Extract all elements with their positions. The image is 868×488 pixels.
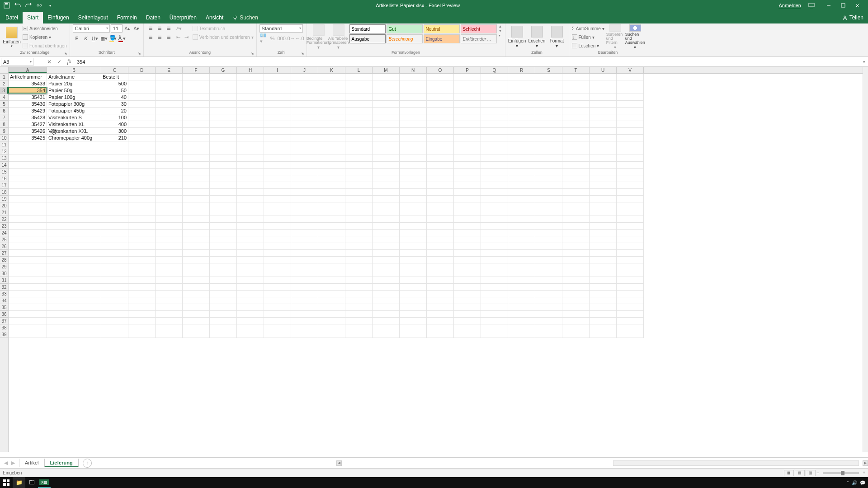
cell-V29[interactable]: [617, 263, 644, 270]
cell-P10[interactable]: [454, 135, 481, 141]
cell-D9[interactable]: [128, 128, 156, 135]
cell-P12[interactable]: [454, 148, 481, 155]
cell-J36[interactable]: [291, 311, 318, 318]
cell-B32[interactable]: [47, 284, 101, 291]
cell-K24[interactable]: [318, 230, 345, 236]
cell-R7[interactable]: [508, 114, 535, 121]
cell-U27[interactable]: [590, 250, 617, 257]
cell-J16[interactable]: [291, 175, 318, 182]
cell-L4[interactable]: [345, 94, 373, 101]
delete-cells-button[interactable]: Löschen▾: [528, 24, 546, 50]
cell-L21[interactable]: [345, 209, 373, 216]
cell-Q6[interactable]: [481, 108, 508, 114]
cell-B1[interactable]: Artikelname: [47, 74, 101, 80]
cell-P13[interactable]: [454, 155, 481, 162]
cell-J6[interactable]: [291, 108, 318, 114]
cell-C33[interactable]: [101, 291, 128, 297]
cell-A34[interactable]: [9, 297, 47, 304]
cell-K20[interactable]: [318, 202, 345, 209]
cell-Q37[interactable]: [481, 318, 508, 324]
cell-C13[interactable]: [101, 155, 128, 162]
cell-U15[interactable]: [590, 169, 617, 175]
cell-G8[interactable]: [210, 121, 237, 128]
tab-layout[interactable]: Seitenlayout: [74, 12, 113, 23]
cell-G11[interactable]: [210, 141, 237, 148]
cell-N16[interactable]: [400, 175, 427, 182]
cell-D3[interactable]: [128, 87, 156, 94]
cell-M10[interactable]: [373, 135, 400, 141]
cell-S25[interactable]: [535, 236, 562, 243]
cell-L8[interactable]: [345, 121, 373, 128]
row-header-28[interactable]: 28: [0, 257, 8, 263]
close-button[interactable]: [851, 1, 864, 9]
sheet-nav-prev-icon[interactable]: ◀: [3, 460, 9, 466]
cell-F28[interactable]: [183, 257, 210, 263]
cell-Q10[interactable]: [481, 135, 508, 141]
cell-N22[interactable]: [400, 216, 427, 223]
cell-Q14[interactable]: [481, 162, 508, 169]
cell-U11[interactable]: [590, 141, 617, 148]
cell-J34[interactable]: [291, 297, 318, 304]
cell-H8[interactable]: [237, 121, 264, 128]
cell-R8[interactable]: [508, 121, 535, 128]
cell-I37[interactable]: [264, 318, 291, 324]
cell-P37[interactable]: [454, 318, 481, 324]
cell-D30[interactable]: [128, 270, 156, 277]
cell-G20[interactable]: [210, 202, 237, 209]
cell-J21[interactable]: [291, 209, 318, 216]
cell-I14[interactable]: [264, 162, 291, 169]
cell-F15[interactable]: [183, 169, 210, 175]
horizontal-scrollbar[interactable]: [613, 460, 859, 466]
cell-F21[interactable]: [183, 209, 210, 216]
cell-N32[interactable]: [400, 284, 427, 291]
cell-L29[interactable]: [345, 263, 373, 270]
cell-O5[interactable]: [427, 101, 454, 108]
cell-C19[interactable]: [101, 196, 128, 202]
cell-P17[interactable]: [454, 182, 481, 189]
tab-home[interactable]: Start: [23, 12, 43, 23]
cell-I32[interactable]: [264, 284, 291, 291]
cell-I25[interactable]: [264, 236, 291, 243]
cell-I27[interactable]: [264, 250, 291, 257]
cell-S34[interactable]: [535, 297, 562, 304]
cell-C7[interactable]: 100: [101, 114, 128, 121]
cell-K30[interactable]: [318, 270, 345, 277]
cell-F4[interactable]: [183, 94, 210, 101]
cell-I31[interactable]: [264, 277, 291, 284]
cell-F25[interactable]: [183, 236, 210, 243]
cell-P14[interactable]: [454, 162, 481, 169]
cell-U26[interactable]: [590, 243, 617, 250]
cell-P4[interactable]: [454, 94, 481, 101]
cell-E30[interactable]: [156, 270, 183, 277]
cell-N36[interactable]: [400, 311, 427, 318]
cell-E12[interactable]: [156, 148, 183, 155]
cell-C24[interactable]: [101, 230, 128, 236]
cell-B13[interactable]: [47, 155, 101, 162]
cell-S24[interactable]: [535, 230, 562, 236]
cell-K27[interactable]: [318, 250, 345, 257]
cell-R16[interactable]: [508, 175, 535, 182]
cell-K5[interactable]: [318, 101, 345, 108]
cell-N2[interactable]: [400, 80, 427, 87]
cell-C11[interactable]: [101, 141, 128, 148]
cell-V18[interactable]: [617, 189, 644, 196]
name-box[interactable]: A3: [1, 58, 33, 66]
row-header-23[interactable]: 23: [0, 223, 8, 230]
row-header-5[interactable]: 5: [0, 101, 8, 108]
cell-G3[interactable]: [210, 87, 237, 94]
cell-D33[interactable]: [128, 291, 156, 297]
cell-K33[interactable]: [318, 291, 345, 297]
cell-O9[interactable]: [427, 128, 454, 135]
cell-A33[interactable]: [9, 291, 47, 297]
cell-V11[interactable]: [617, 141, 644, 148]
cell-A20[interactable]: [9, 202, 47, 209]
cell-G30[interactable]: [210, 270, 237, 277]
cell-F19[interactable]: [183, 196, 210, 202]
clipboard-launcher-icon[interactable]: ⬊: [64, 52, 69, 56]
cell-T36[interactable]: [562, 311, 590, 318]
cell-D26[interactable]: [128, 243, 156, 250]
cell-I23[interactable]: [264, 223, 291, 230]
cell-K2[interactable]: [318, 80, 345, 87]
cell-H19[interactable]: [237, 196, 264, 202]
cell-B8[interactable]: Visitenkarten XL: [47, 121, 101, 128]
